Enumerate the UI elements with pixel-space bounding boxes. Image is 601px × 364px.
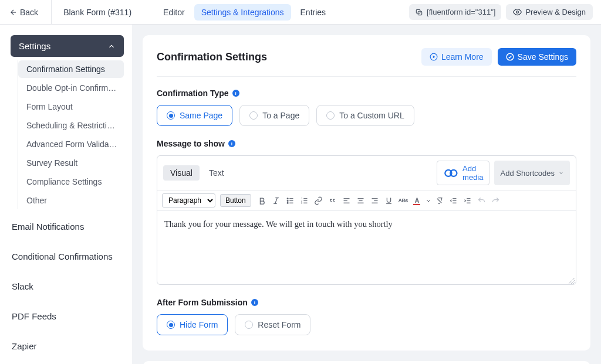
editor-toolbar: Paragraph Button 123 ABє (157, 190, 576, 211)
sidebar-item-compliance[interactable]: Compliance Settings (18, 173, 124, 190)
divider (51, 0, 52, 25)
eye-icon (513, 8, 522, 16)
radio-label: To a Page (262, 111, 299, 120)
radio-icon (167, 321, 175, 329)
radio-reset-form[interactable]: Reset Form (235, 314, 310, 335)
underline-icon[interactable] (383, 194, 396, 207)
tab-editor[interactable]: Editor (156, 4, 192, 21)
sidebar-settings-label: Settings (19, 41, 50, 51)
preview-label: Preview & Design (525, 8, 586, 16)
shortcode-text: [fluentform id="311"] (427, 8, 495, 16)
back-label: Back (20, 8, 38, 17)
tab-settings-integrations[interactable]: Settings & Integrations (194, 4, 291, 21)
check-circle-icon (506, 53, 514, 61)
confirmation-type-field: Confirmation Type i Same Page To a Page … (157, 89, 576, 126)
italic-icon[interactable] (270, 194, 283, 207)
form-title: Blank Form (#311) (60, 8, 135, 17)
add-media-label: Add media (462, 164, 483, 182)
radio-label: Same Page (180, 111, 222, 120)
sidebar-item-double-optin[interactable]: Double Opt-in Confirma... (18, 79, 124, 97)
sidebar-link-conditional-confirmations[interactable]: Conditional Confirmations (11, 246, 124, 267)
radio-icon (326, 111, 335, 120)
sidebar-item-survey-result[interactable]: Survey Result (18, 154, 124, 172)
learn-more-button[interactable]: Learn More (421, 48, 492, 66)
radio-icon (245, 321, 253, 329)
strikethrough-icon[interactable]: ABє (397, 194, 410, 207)
radio-icon (167, 111, 175, 120)
numbered-list-icon[interactable]: 123 (298, 194, 311, 207)
card-title: Confirmation Settings (157, 51, 267, 63)
main-content: Confirmation Settings Learn More Save Se… (132, 25, 601, 364)
chevron-up-icon (107, 42, 116, 50)
add-shortcodes-button[interactable]: Add Shortcodes (494, 161, 570, 185)
align-center-icon[interactable] (354, 194, 367, 207)
radio-label: Reset Form (258, 320, 300, 329)
align-left-icon[interactable] (340, 194, 353, 207)
tab-entries[interactable]: Entries (293, 4, 333, 21)
shortcode-chip[interactable]: [fluentform id="311"] (409, 4, 501, 20)
back-button[interactable]: Back (5, 4, 43, 21)
sidebar-item-form-layout[interactable]: Form Layout (18, 98, 124, 115)
play-circle-icon (430, 53, 438, 61)
learn-more-label: Learn More (441, 52, 484, 62)
save-label: Save Settings (518, 52, 568, 62)
clear-format-icon[interactable] (433, 194, 446, 207)
resize-handle[interactable] (157, 278, 576, 284)
svg-point-14 (287, 202, 288, 203)
radio-hide-form[interactable]: Hide Form (157, 314, 228, 335)
outdent-icon[interactable] (447, 194, 460, 207)
info-icon[interactable]: i (251, 299, 258, 306)
top-bar: Back Blank Form (#311) Editor Settings &… (0, 0, 601, 25)
add-media-button[interactable]: Add media (437, 161, 489, 185)
svg-line-9 (275, 198, 278, 203)
resize-icon (569, 278, 575, 284)
sidebar-item-advanced-validation[interactable]: Advanced Form Validati... (18, 135, 124, 153)
insert-button-button[interactable]: Button (220, 194, 251, 207)
editor-tab-text[interactable]: Text (202, 165, 231, 181)
after-submission-field: After Form Submission i Hide Form Reset … (157, 298, 576, 335)
text-color-icon[interactable] (411, 194, 424, 207)
indent-icon[interactable] (461, 194, 474, 207)
info-icon[interactable]: i (232, 90, 239, 97)
confirmation-type-label: Confirmation Type (157, 89, 229, 98)
radio-to-a-custom-url[interactable]: To a Custom URL (316, 105, 414, 126)
sidebar-item-other[interactable]: Other (18, 192, 124, 209)
radio-label: To a Custom URL (339, 111, 404, 120)
editor-tab-visual[interactable]: Visual (163, 165, 200, 181)
sidebar-link-email-notifications[interactable]: Email Notifications (11, 216, 124, 237)
radio-to-a-page[interactable]: To a Page (239, 105, 309, 126)
svg-point-10 (287, 198, 288, 199)
sidebar-item-confirmation-settings[interactable]: Confirmation Settings (18, 60, 124, 78)
bold-icon[interactable] (256, 194, 269, 207)
bullet-list-icon[interactable] (284, 194, 297, 207)
sidebar-link-zapier[interactable]: Zapier (11, 336, 124, 356)
sidebar-link-pdf-feeds[interactable]: PDF Feeds (11, 306, 124, 326)
info-icon[interactable]: i (228, 140, 235, 147)
sidebar-sublist: Confirmation Settings Double Opt-in Conf… (18, 60, 124, 209)
copy-icon (415, 8, 423, 16)
sidebar-links: Email Notifications Conditional Confirma… (11, 216, 124, 364)
double-optin-card: Double Optin Confirmation (143, 361, 590, 364)
sidebar-link-slack[interactable]: Slack (11, 276, 124, 297)
top-tabs: Editor Settings & Integrations Entries (156, 4, 333, 21)
radio-same-page[interactable]: Same Page (157, 105, 232, 126)
confirmation-settings-card: Confirmation Settings Learn More Save Se… (143, 35, 590, 351)
link-icon[interactable] (312, 194, 325, 207)
svg-text:3: 3 (301, 202, 302, 204)
redo-icon[interactable] (489, 194, 502, 207)
save-settings-button[interactable]: Save Settings (498, 48, 576, 66)
sidebar-item-scheduling[interactable]: Scheduling & Restrictions (18, 117, 124, 134)
paragraph-format-select[interactable]: Paragraph (162, 193, 215, 207)
preview-design-button[interactable]: Preview & Design (506, 4, 593, 20)
sidebar: Settings Confirmation Settings Double Op… (0, 25, 132, 364)
align-right-icon[interactable] (369, 194, 381, 207)
blockquote-icon[interactable] (326, 194, 339, 207)
radio-icon (249, 111, 258, 120)
radio-label: Hide Form (180, 320, 218, 329)
sidebar-settings-toggle[interactable]: Settings (11, 35, 124, 57)
editor-body[interactable]: Thank you for your message. We will get … (157, 211, 576, 278)
undo-icon[interactable] (475, 194, 488, 207)
add-shortcodes-label: Add Shortcodes (500, 169, 555, 178)
message-to-show-field: Message to show i Visual Text Add media (157, 139, 576, 285)
text-color-dropdown-icon[interactable] (425, 194, 432, 207)
